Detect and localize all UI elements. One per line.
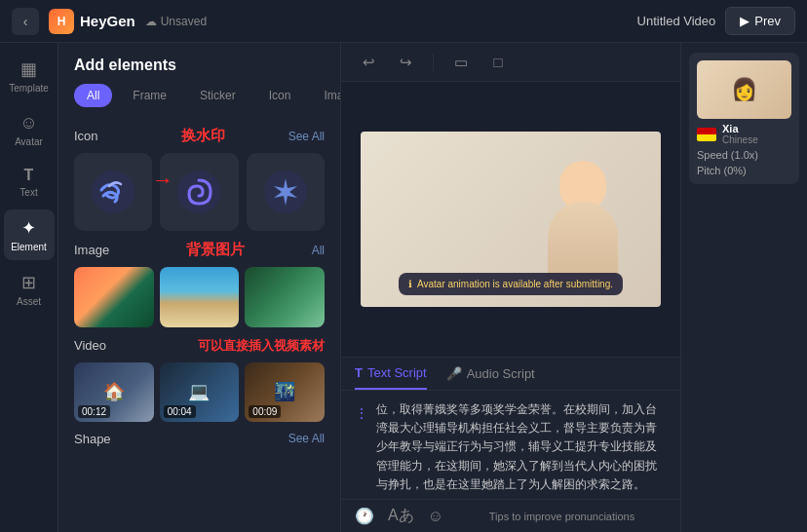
filter-frame[interactable]: Frame bbox=[120, 84, 179, 107]
video-card-1[interactable]: 💻 00:04 bbox=[160, 362, 240, 422]
video-duration-2: 00:09 bbox=[249, 405, 281, 418]
tab-audio-script[interactable]: 🎤 Audio Script bbox=[446, 365, 535, 390]
image-section-header: Image 背景图片 All bbox=[74, 241, 325, 259]
video-card-2[interactable]: 🌃 00:09 bbox=[245, 362, 325, 422]
image-thumb-sunset bbox=[74, 267, 154, 326]
redo-button[interactable]: ↪ bbox=[392, 49, 419, 76]
filter-icon[interactable]: Icon bbox=[256, 84, 304, 107]
speed-label: Speed (1.0x) bbox=[697, 149, 758, 161]
video-title: Untitled Video bbox=[637, 14, 716, 28]
video-annotation: 可以直接插入视频素材 bbox=[198, 337, 325, 355]
icon-see-all[interactable]: See All bbox=[288, 130, 325, 143]
sidebar-item-label: Element bbox=[11, 242, 47, 252]
canvas-main: ℹ Avatar animation is available after su… bbox=[341, 82, 680, 357]
speed-control[interactable]: Speed (1.0x) bbox=[697, 149, 791, 161]
avatar-thumbnail[interactable]: 👩 bbox=[697, 60, 791, 119]
tips-text: Tips to improve pronunciations bbox=[457, 511, 667, 522]
script-bottom: 🕐 Aあ ☺ Tips to improve pronunciations bbox=[341, 499, 680, 532]
canvas-toolbar: ↩ ↪ ▭ □ bbox=[341, 43, 680, 82]
sidebar-item-avatar[interactable]: ☺ Avatar bbox=[4, 105, 55, 155]
text-icon: T bbox=[24, 167, 34, 184]
panel-content: Icon 换水印 See All bbox=[58, 117, 340, 532]
script-tabs: T Text Script 🎤 Audio Script bbox=[341, 358, 680, 391]
avatar-toast: ℹ Avatar animation is available after su… bbox=[399, 273, 623, 295]
left-nav: ▦ Template ☺ Avatar T Text ✦ Element ⊞ A… bbox=[0, 43, 58, 532]
logo-text: HeyGen bbox=[80, 13, 135, 29]
filter-image[interactable]: Image bbox=[311, 84, 341, 107]
image-card-2[interactable] bbox=[245, 267, 325, 326]
video-canvas[interactable]: ℹ Avatar animation is available after su… bbox=[361, 132, 661, 307]
back-button[interactable]: ‹ bbox=[12, 8, 39, 35]
image-annotation: 背景图片 bbox=[186, 241, 245, 259]
logo-icon: H bbox=[49, 9, 74, 34]
image-thumb-palm bbox=[245, 267, 325, 326]
topbar: ‹ H HeyGen ☁ Unsaved Untitled Video ▶ Pr… bbox=[0, 0, 807, 43]
toolbar-separator bbox=[433, 54, 434, 71]
icon-section-title: Icon bbox=[74, 129, 98, 143]
icon-card-wind[interactable] bbox=[74, 153, 152, 231]
avatar-card: 👩 Xia Chinese Speed (1.0x) Pitch (0%) bbox=[689, 53, 799, 184]
avatar-name: Xia bbox=[722, 123, 758, 134]
video-grid: 🏠 00:12 💻 00:04 🌃 00:09 bbox=[74, 362, 325, 422]
avatar-lang: Chinese bbox=[722, 134, 758, 145]
image-card-1[interactable] bbox=[160, 267, 240, 326]
unsaved-label: Unsaved bbox=[161, 15, 207, 28]
mic-icon: 🎤 bbox=[446, 366, 462, 381]
topbar-left: ‹ H HeyGen ☁ Unsaved bbox=[12, 8, 626, 35]
undo-button[interactable]: ↩ bbox=[355, 49, 382, 76]
icon-card-swirl[interactable] bbox=[160, 153, 238, 231]
panel-title: Add elements bbox=[58, 43, 340, 84]
sidebar-item-text[interactable]: T Text bbox=[4, 159, 55, 206]
preview-button[interactable]: ▶ Prev bbox=[725, 7, 795, 35]
sidebar-item-label: Asset bbox=[17, 296, 41, 307]
video-duration-1: 00:04 bbox=[164, 405, 196, 418]
svg-point-1 bbox=[177, 171, 220, 213]
sidebar-item-label: Text bbox=[19, 187, 37, 198]
logo: H HeyGen bbox=[49, 9, 135, 34]
shape-see-all[interactable]: See All bbox=[288, 432, 325, 445]
filter-sticker[interactable]: Sticker bbox=[187, 84, 249, 107]
avatar-icon: ☺ bbox=[19, 113, 37, 133]
template-icon: ▦ bbox=[20, 58, 37, 80]
main-layout: ▦ Template ☺ Avatar T Text ✦ Element ⊞ A… bbox=[0, 43, 807, 532]
sidebar-item-element[interactable]: ✦ Element bbox=[4, 209, 55, 260]
monitor-button[interactable]: ▭ bbox=[447, 49, 475, 76]
emoji-icon[interactable]: ☺ bbox=[428, 508, 443, 525]
sidebar-item-asset[interactable]: ⊞ Asset bbox=[4, 264, 55, 315]
image-card-0[interactable] bbox=[74, 267, 154, 326]
shape-section-header: Shape See All bbox=[74, 432, 325, 446]
avatar-toast-text: Avatar animation is available after subm… bbox=[417, 279, 613, 289]
sidebar-item-label: Avatar bbox=[15, 136, 43, 147]
play-icon: ▶ bbox=[740, 14, 749, 28]
aspect-ratio-button[interactable]: □ bbox=[484, 49, 512, 76]
image-section-title: Image bbox=[74, 243, 109, 257]
video-section-title: Video bbox=[74, 338, 106, 353]
flag-icon bbox=[697, 128, 716, 141]
text-script-icon: T bbox=[355, 365, 363, 380]
filter-tabs: All Frame Sticker Icon Image bbox=[58, 84, 340, 117]
asset-icon: ⊞ bbox=[21, 272, 36, 293]
icon-annotation: 换水印 bbox=[181, 127, 225, 145]
filter-all[interactable]: All bbox=[74, 84, 112, 107]
image-see-all[interactable]: All bbox=[312, 244, 325, 257]
avatar-card-header: Xia Chinese bbox=[697, 123, 791, 145]
element-panel: Add elements All Frame Sticker Icon Imag… bbox=[58, 43, 341, 532]
icon-grid bbox=[74, 153, 325, 231]
pitch-control[interactable]: Pitch (0%) bbox=[697, 165, 791, 176]
right-panel: 👩 Xia Chinese Speed (1.0x) Pitch (0%) bbox=[680, 43, 807, 532]
clock-icon[interactable]: 🕐 bbox=[355, 507, 374, 525]
video-card-0[interactable]: 🏠 00:12 bbox=[74, 362, 154, 422]
script-area: T Text Script 🎤 Audio Script ⋮ 位，取得菁娥奖等多… bbox=[341, 357, 680, 532]
info-icon: ℹ bbox=[408, 279, 412, 289]
image-thumb-beach bbox=[160, 267, 240, 326]
icon-card-sparkle[interactable] bbox=[247, 153, 325, 231]
shape-section-title: Shape bbox=[74, 432, 111, 446]
video-section-header: Video 可以直接插入视频素材 bbox=[74, 337, 325, 355]
script-cursor-icon: ⋮ bbox=[355, 402, 368, 489]
script-content: ⋮ 位，取得菁娥奖等多项奖学金荣誉。在校期间，加入台湾最大心理辅导机构担任社会义… bbox=[341, 391, 680, 499]
tab-text-script[interactable]: T Text Script bbox=[355, 365, 427, 390]
script-text[interactable]: 位，取得菁娥奖等多项奖学金荣誉。在校期间，加入台湾最大心理辅导机构担任社会义工，… bbox=[376, 400, 667, 489]
translate-icon[interactable]: Aあ bbox=[388, 506, 414, 526]
sidebar-item-template[interactable]: ▦ Template bbox=[4, 51, 55, 101]
topbar-right: Untitled Video ▶ Prev bbox=[637, 7, 795, 35]
